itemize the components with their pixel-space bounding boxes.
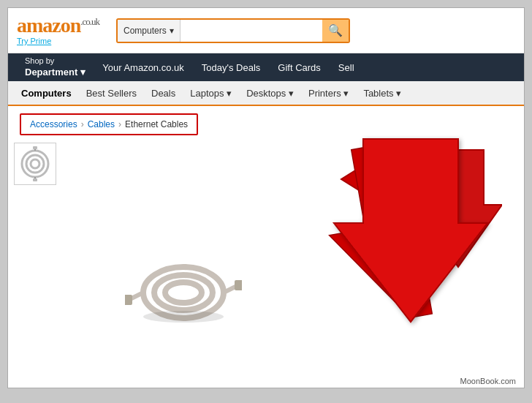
watermark: MoonBook.com — [458, 376, 518, 386]
nav-link-todays-deals[interactable]: Today's Deals — [193, 56, 270, 79]
svg-rect-5 — [33, 146, 37, 149]
tab-desktops[interactable]: Desktops ▾ — [239, 83, 301, 103]
chevron-down-icon: ▾ — [80, 67, 86, 79]
nav-bar: Shop by Department ▾ Your Amazon.co.uk T… — [8, 53, 524, 81]
logo-area: amazon.co.uk Try Prime — [17, 15, 104, 45]
svg-rect-11 — [235, 280, 242, 290]
tab-deals[interactable]: Deals — [144, 83, 183, 103]
search-category-dropdown[interactable]: Computers ▾ — [118, 20, 180, 42]
category-tabs: Computers Best Sellers Deals Laptops ▾ D… — [8, 81, 524, 106]
search-input[interactable] — [180, 20, 322, 42]
tab-tablets[interactable]: Tablets ▾ — [356, 83, 408, 103]
svg-marker-17 — [315, 143, 468, 329]
breadcrumb-accessories[interactable]: Accessories — [30, 119, 77, 129]
chevron-down-icon: ▾ — [224, 88, 232, 99]
svg-point-14 — [143, 311, 224, 323]
try-prime-link[interactable]: Try Prime — [17, 37, 104, 45]
tld: .co.uk — [80, 16, 99, 27]
tab-laptops[interactable]: Laptops ▾ — [183, 83, 239, 103]
screenshot-container: amazon.co.uk Try Prime Computers ▾ 🔍 Sho… — [7, 7, 525, 388]
breadcrumb-cables[interactable]: Cables — [88, 119, 115, 129]
annotation-arrow — [297, 128, 517, 333]
breadcrumb-sep-1: › — [81, 119, 84, 129]
breadcrumb-current: Ethernet Cables — [125, 119, 188, 129]
ethernet-cable-image — [125, 238, 242, 325]
shop-by-department[interactable]: Shop by Department ▾ — [17, 50, 94, 83]
chevron-down-icon: ▾ — [170, 26, 174, 36]
nav-link-your-amazon[interactable]: Your Amazon.co.uk — [94, 56, 193, 79]
chevron-down-icon: ▾ — [341, 88, 349, 99]
cable-thumbnail-image — [18, 146, 53, 181]
breadcrumb-sep-2: › — [118, 119, 121, 129]
shop-by-label: Shop by — [25, 56, 86, 66]
red-arrow-annotation — [297, 143, 502, 333]
chevron-down-icon: ▾ — [286, 88, 294, 99]
chevron-down-icon: ▾ — [394, 88, 402, 99]
product-image — [125, 238, 242, 325]
search-category-label: Computers — [123, 26, 167, 36]
svg-rect-6 — [33, 178, 37, 181]
search-icon: 🔍 — [328, 23, 343, 37]
tab-best-sellers[interactable]: Best Sellers — [79, 83, 144, 103]
svg-marker-18 — [414, 150, 502, 267]
svg-point-9 — [165, 282, 202, 303]
search-bar: Computers ▾ 🔍 — [116, 18, 350, 43]
product-thumbnail[interactable] — [14, 143, 56, 185]
amazon-logo[interactable]: amazon.co.uk — [17, 15, 104, 36]
header: amazon.co.uk Try Prime Computers ▾ 🔍 — [8, 8, 524, 53]
tab-printers[interactable]: Printers ▾ — [301, 83, 356, 103]
svg-marker-16 — [444, 157, 473, 201]
nav-link-sell[interactable]: Sell — [330, 56, 363, 79]
svg-point-2 — [31, 159, 39, 168]
nav-link-gift-cards[interactable]: Gift Cards — [269, 56, 330, 79]
nav-links: Your Amazon.co.uk Today's Deals Gift Car… — [94, 56, 515, 79]
search-button[interactable]: 🔍 — [322, 20, 349, 42]
department-label: Department ▾ — [25, 67, 86, 79]
svg-marker-19 — [334, 139, 487, 322]
tab-computers[interactable]: Computers — [14, 83, 79, 103]
svg-rect-13 — [125, 295, 132, 305]
svg-point-1 — [26, 155, 44, 173]
svg-marker-15 — [341, 143, 473, 216]
content-area: Accessories › Cables › Ethernet Cables — [8, 106, 524, 355]
breadcrumb: Accessories › Cables › Ethernet Cables — [20, 113, 198, 135]
